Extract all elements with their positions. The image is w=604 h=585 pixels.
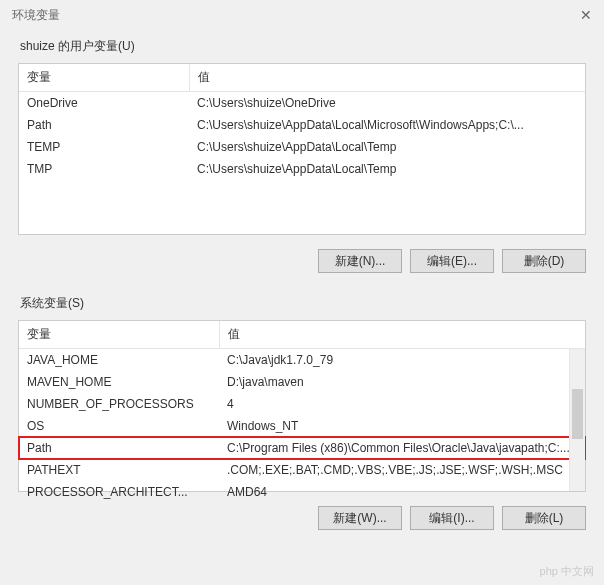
system-col-variable[interactable]: 变量 bbox=[19, 321, 219, 349]
user-col-variable[interactable]: 变量 bbox=[19, 64, 189, 92]
var-name-cell: Path bbox=[19, 437, 219, 459]
table-row[interactable]: NUMBER_OF_PROCESSORS4 bbox=[19, 393, 585, 415]
table-row[interactable]: OSWindows_NT bbox=[19, 415, 585, 437]
system-col-value[interactable]: 值 bbox=[219, 321, 585, 349]
var-value-cell: C:\Users\shuize\OneDrive bbox=[189, 92, 585, 115]
title-bar: 环境变量 ✕ bbox=[0, 0, 604, 30]
user-vars-table-container: 变量 值 OneDriveC:\Users\shuize\OneDrivePat… bbox=[18, 63, 586, 235]
env-vars-dialog: 环境变量 ✕ shuize 的用户变量(U) 变量 值 OneDriveC:\U… bbox=[0, 0, 604, 585]
table-row[interactable]: PathC:\Program Files (x86)\Common Files\… bbox=[19, 437, 585, 459]
var-value-cell: AMD64 bbox=[219, 481, 585, 503]
var-value-cell: 4 bbox=[219, 393, 585, 415]
var-value-cell: .COM;.EXE;.BAT;.CMD;.VBS;.VBE;.JS;.JSE;.… bbox=[219, 459, 585, 481]
var-value-cell: D:\java\maven bbox=[219, 371, 585, 393]
user-new-button[interactable]: 新建(N)... bbox=[318, 249, 402, 273]
var-name-cell: JAVA_HOME bbox=[19, 349, 219, 372]
var-value-cell: Windows_NT bbox=[219, 415, 585, 437]
var-name-cell: NUMBER_OF_PROCESSORS bbox=[19, 393, 219, 415]
user-delete-button[interactable]: 删除(D) bbox=[502, 249, 586, 273]
system-vars-table[interactable]: 变量 值 JAVA_HOMEC:\Java\jdk1.7.0_79MAVEN_H… bbox=[19, 321, 585, 503]
var-name-cell: OneDrive bbox=[19, 92, 189, 115]
user-button-row: 新建(N)... 编辑(E)... 删除(D) bbox=[0, 235, 604, 287]
var-name-cell: PROCESSOR_ARCHITECT... bbox=[19, 481, 219, 503]
watermark: php 中文网 bbox=[540, 564, 594, 579]
var-value-cell: C:\Users\shuize\AppData\Local\Microsoft\… bbox=[189, 114, 585, 136]
table-row[interactable]: TMPC:\Users\shuize\AppData\Local\Temp bbox=[19, 158, 585, 180]
var-value-cell: C:\Program Files (x86)\Common Files\Orac… bbox=[219, 437, 585, 459]
system-vars-label: 系统变量(S) bbox=[0, 287, 604, 320]
table-row[interactable]: PROCESSOR_ARCHITECT...AMD64 bbox=[19, 481, 585, 503]
var-name-cell: PATHEXT bbox=[19, 459, 219, 481]
user-vars-label: shuize 的用户变量(U) bbox=[0, 30, 604, 63]
system-scrollbar[interactable] bbox=[569, 349, 585, 491]
dialog-title: 环境变量 bbox=[12, 7, 60, 24]
table-row[interactable]: PATHEXT.COM;.EXE;.BAT;.CMD;.VBS;.VBE;.JS… bbox=[19, 459, 585, 481]
user-vars-table[interactable]: 变量 值 OneDriveC:\Users\shuize\OneDrivePat… bbox=[19, 64, 585, 180]
var-name-cell: TMP bbox=[19, 158, 189, 180]
system-edit-button[interactable]: 编辑(I)... bbox=[410, 506, 494, 530]
user-col-value[interactable]: 值 bbox=[189, 64, 585, 92]
system-vars-table-container: 变量 值 JAVA_HOMEC:\Java\jdk1.7.0_79MAVEN_H… bbox=[18, 320, 586, 492]
table-row[interactable]: MAVEN_HOMED:\java\maven bbox=[19, 371, 585, 393]
close-icon[interactable]: ✕ bbox=[580, 7, 592, 23]
var-name-cell: MAVEN_HOME bbox=[19, 371, 219, 393]
var-name-cell: TEMP bbox=[19, 136, 189, 158]
system-new-button[interactable]: 新建(W)... bbox=[318, 506, 402, 530]
var-value-cell: C:\Users\shuize\AppData\Local\Temp bbox=[189, 136, 585, 158]
table-row[interactable]: JAVA_HOMEC:\Java\jdk1.7.0_79 bbox=[19, 349, 585, 372]
system-delete-button[interactable]: 删除(L) bbox=[502, 506, 586, 530]
var-value-cell: C:\Users\shuize\AppData\Local\Temp bbox=[189, 158, 585, 180]
var-value-cell: C:\Java\jdk1.7.0_79 bbox=[219, 349, 585, 372]
var-name-cell: OS bbox=[19, 415, 219, 437]
table-row[interactable]: PathC:\Users\shuize\AppData\Local\Micros… bbox=[19, 114, 585, 136]
user-edit-button[interactable]: 编辑(E)... bbox=[410, 249, 494, 273]
scrollbar-thumb[interactable] bbox=[572, 389, 583, 439]
table-row[interactable]: TEMPC:\Users\shuize\AppData\Local\Temp bbox=[19, 136, 585, 158]
table-row[interactable]: OneDriveC:\Users\shuize\OneDrive bbox=[19, 92, 585, 115]
var-name-cell: Path bbox=[19, 114, 189, 136]
